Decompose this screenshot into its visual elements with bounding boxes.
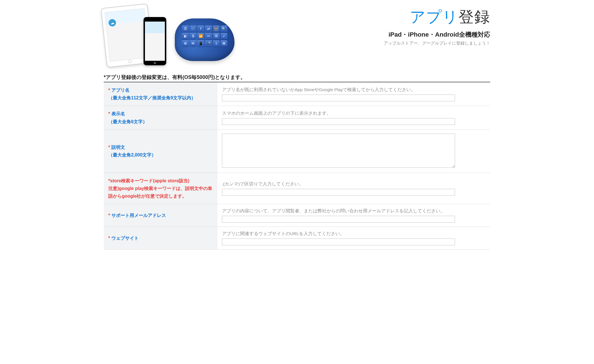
- cloud-tile-icon: 📱: [197, 40, 204, 47]
- price-notice: *アプリ登録後の登録変更は、有料(OS毎5000円)となります。: [104, 74, 490, 82]
- required-mark: *: [108, 213, 111, 218]
- cloud-tile-icon: ☰: [182, 26, 189, 32]
- label-cell-keywords: *store検索キーワード(apple store該当)注意)google pl…: [104, 173, 217, 204]
- cloud-tile-icon: f: [197, 26, 204, 32]
- header-titles: アプリ登録 iPad・iPhone・Android全機種対応 アップルストアー、…: [384, 3, 490, 46]
- value-cell-website: アプリに関連するウェブサイトのURLを入力してください。: [217, 227, 490, 250]
- value-cell-display_name: スマホのホーム画面上のアプリの下に表示されます。: [217, 106, 490, 129]
- form-table: * アプリ名（最大全角112文字／推奨全角9文字以内）アプリ名が既に利用されてい…: [104, 82, 490, 250]
- required-mark: *: [108, 111, 111, 116]
- page-subtitle: iPad・iPhone・Android全機種対応: [384, 30, 490, 39]
- value-cell-support_email: アプリの内容について、アプリ閲覧者、または弊社からの問い合わせ用メールアドレスを…: [217, 204, 490, 227]
- form-row-website: * ウェブサイトアプリに関連するウェブサイトのURLを入力してください。: [104, 227, 490, 250]
- cloud-tile-icon: ⇧: [213, 40, 220, 47]
- cloud-illustration: ☰🛒f⇄🧮🔍◐$📶✂⦿✓⚙✉📱🎤⇧⌘: [175, 18, 234, 61]
- form-row-keywords: *store検索キーワード(apple store該当)注意)google pl…: [104, 173, 490, 204]
- label-cell-app_name: * アプリ名（最大全角112文字／推奨全角9文字以内）: [104, 82, 217, 106]
- label-main: store検索キーワード(apple store該当): [110, 178, 189, 183]
- cloud-tile-icon: $: [190, 33, 196, 39]
- form-row-support_email: * サポート用メールアドレスアプリの内容について、アプリ閲覧者、または弊社からの…: [104, 204, 490, 227]
- label-main: ウェブサイト: [111, 236, 139, 240]
- label-main: サポート用メールアドレス: [111, 213, 166, 218]
- cloud-tile-icon: ⚙: [182, 40, 189, 47]
- cloud-tile-icon: 📶: [197, 33, 204, 39]
- keywords-input[interactable]: [222, 189, 455, 196]
- label-main: 説明文: [111, 145, 125, 150]
- label-main: アプリ名: [111, 88, 130, 93]
- label-cell-support_email: * サポート用メールアドレス: [104, 204, 217, 227]
- label-cell-description: * 説明文（最大全角2,000文字）: [104, 129, 217, 173]
- page: ☁ ☰🛒f⇄🧮🔍◐$📶✂⦿✓⚙✉📱🎤⇧⌘ アプリ登録 iPad・iPhone・A…: [98, 0, 496, 252]
- required-mark: *: [108, 145, 111, 150]
- hint-text: アプリの内容について、アプリ閲覧者、または弊社からの問い合わせ用メールアドレスを…: [222, 208, 486, 214]
- description-input[interactable]: [222, 134, 455, 168]
- label-sub: （最大全角112文字／推奨全角9文字以内）: [108, 95, 196, 100]
- form-row-display_name: * 表示名（最大全角6文字）スマホのホーム画面上のアプリの下に表示されます。: [104, 106, 490, 129]
- cloud-tile-icon: ✉: [190, 40, 196, 47]
- cloud-tile-icon: ⇄: [205, 26, 212, 32]
- cloud-tile-icon: ✓: [221, 33, 227, 39]
- hint-text: アプリに関連するウェブサイトのURLを入力してください。: [222, 231, 486, 237]
- label-sub: （最大全角6文字）: [108, 119, 147, 124]
- hint-text: アプリ名が既に利用されていないかApp StoreやGoogle Playで検索…: [222, 87, 486, 93]
- cloud-tile-icon: 🛒: [190, 26, 196, 32]
- label-note: 注意)google play検索キーワードは、説明文中の単語からgoogle社が…: [108, 186, 212, 198]
- devices-illustration: ☁: [104, 3, 169, 68]
- label-sub: （最大全角2,000文字）: [108, 152, 156, 157]
- cloud-tile-icon: ⌘: [221, 40, 227, 47]
- page-title: アプリ登録: [384, 9, 490, 25]
- iphone-illustration: [144, 17, 166, 65]
- header-illustrations: ☁ ☰🛒f⇄🧮🔍◐$📶✂⦿✓⚙✉📱🎤⇧⌘: [104, 3, 234, 68]
- hint-text: スマホのホーム画面上のアプリの下に表示されます。: [222, 110, 486, 116]
- required-mark: *: [108, 236, 111, 240]
- header: ☁ ☰🛒f⇄🧮🔍◐$📶✂⦿✓⚙✉📱🎤⇧⌘ アプリ登録 iPad・iPhone・A…: [104, 3, 490, 71]
- display_name-input[interactable]: [222, 118, 455, 125]
- label-main: 表示名: [111, 111, 125, 116]
- label-cell-website: * ウェブサイト: [104, 227, 217, 250]
- cloud-tile-icon: ✂: [205, 33, 212, 39]
- page-title-accent: アプリ: [410, 8, 458, 25]
- page-title-dark: 登録: [458, 8, 490, 25]
- value-cell-app_name: アプリ名が既に利用されていないかApp StoreやGoogle Playで検索…: [217, 82, 490, 106]
- form-body: * アプリ名（最大全角112文字／推奨全角9文字以内）アプリ名が既に利用されてい…: [104, 82, 490, 250]
- cloud-tile-icon: ◐: [182, 33, 189, 39]
- app_name-input[interactable]: [222, 95, 455, 101]
- value-cell-keywords: ,(カンマ)で区切りで入力してください。: [217, 173, 490, 204]
- support_email-input[interactable]: [222, 216, 455, 223]
- cloud-tile-icon: 🔍: [221, 26, 227, 32]
- cloud-icon-grid: ☰🛒f⇄🧮🔍◐$📶✂⦿✓⚙✉📱🎤⇧⌘: [182, 26, 227, 54]
- form-row-app_name: * アプリ名（最大全角112文字／推奨全角9文字以内）アプリ名が既に利用されてい…: [104, 82, 490, 106]
- cloud-tile-icon: 🎤: [205, 40, 212, 47]
- form-row-description: * 説明文（最大全角2,000文字）: [104, 129, 490, 173]
- cloud-upload-icon: ☁: [108, 19, 117, 27]
- page-tagline: アップルストアー、グーグルプレイに登録しましょう！: [384, 41, 490, 46]
- hint-text: ,(カンマ)で区切りで入力してください。: [222, 181, 486, 187]
- website-input[interactable]: [222, 239, 455, 245]
- required-mark: *: [108, 88, 111, 93]
- label-cell-display_name: * 表示名（最大全角6文字）: [104, 106, 217, 129]
- cloud-tile-icon: ⦿: [213, 33, 220, 39]
- cloud-tile-icon: 🧮: [213, 26, 220, 32]
- value-cell-description: [217, 129, 490, 173]
